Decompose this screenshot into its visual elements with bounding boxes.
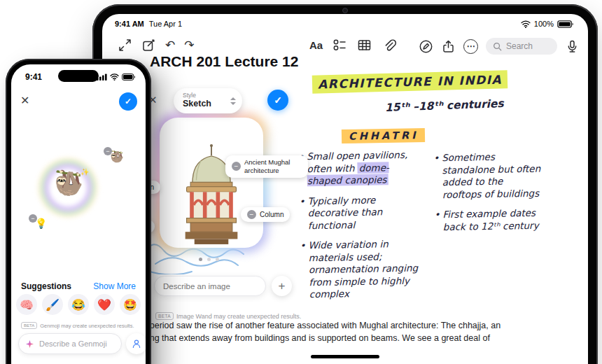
iphone-status-icons: [97, 74, 136, 80]
describe-genmoji-input[interactable]: [38, 339, 114, 349]
undo-icon[interactable]: ↶: [165, 38, 175, 52]
toolbar-right-group: ⋯ Search: [419, 38, 580, 55]
disclaimer-text: Image Wand may create unexpected results…: [176, 313, 301, 320]
more-options-button[interactable]: ⋯: [463, 39, 478, 54]
handwritten-bullet: Typically more decorative than functiona…: [299, 193, 420, 232]
ipad-device: 9:41 AM Tue Apr 1 100%: [92, 4, 598, 364]
compose-icon[interactable]: [141, 38, 156, 52]
collapse-arrows-icon[interactable]: [118, 38, 132, 52]
battery-icon: [122, 74, 136, 80]
iphone-status-time: 9:41: [25, 72, 42, 82]
person-icon: [131, 338, 142, 349]
ipad-status-date: Tue Apr 1: [149, 20, 182, 28]
emoji-suggestion-joy[interactable]: 😂: [68, 294, 89, 315]
genmoji-accept-button[interactable]: ✓: [119, 92, 137, 111]
stage: 9:41 AM Tue Apr 1 100%: [0, 0, 602, 364]
emoji-suggestion-paintbrush[interactable]: 🖌️: [42, 294, 63, 315]
tag-chip-column[interactable]: − Column: [241, 207, 290, 222]
image-wand-disclaimer: BETA Image Wand may create unexpected re…: [155, 312, 301, 320]
beta-badge: BETA: [21, 322, 37, 329]
markup-pencil-icon[interactable]: [419, 39, 433, 54]
image-wand-accept-button[interactable]: ✓: [267, 90, 288, 111]
tag-label: Ancient Mughal architecture: [244, 158, 302, 175]
dot-active: [199, 258, 202, 261]
dynamic-island: [58, 70, 99, 82]
emoji-suggestion-brain[interactable]: 🧠: [16, 294, 37, 315]
ipad-status-bar-right: 100%: [521, 20, 574, 28]
share-icon[interactable]: [441, 39, 456, 54]
table-icon[interactable]: [357, 38, 372, 52]
disclaimer-text: Genmoji may create unexpected results.: [40, 323, 134, 329]
suggestions-label: Suggestions: [21, 281, 71, 291]
ipad-battery-percent: 100%: [534, 20, 554, 28]
handwritten-left-column: Small open pavilions, often with dome-sh…: [298, 149, 421, 309]
remove-tag-icon[interactable]: −: [232, 162, 241, 171]
tag-chip-ancient-mughal[interactable]: − Ancient Mughal architecture: [225, 155, 308, 178]
add-button[interactable]: +: [272, 276, 292, 296]
wifi-icon: [521, 20, 531, 28]
search-icon: [493, 42, 502, 51]
ipad-status-time: 9:41 AM: [115, 20, 144, 28]
handwritten-bullet: First example dates back to 12ᵗʰ century: [434, 207, 545, 234]
emoji-suggestion-heart[interactable]: ❤️: [94, 294, 115, 315]
handwritten-heading: ARCHITECTURE IN INDIA: [312, 70, 508, 93]
handwritten-bullet: Sometimes standalone but often added to …: [433, 150, 545, 202]
toolbar-left-group: ↶ ↷: [118, 38, 195, 52]
describe-image-input[interactable]: [154, 276, 266, 296]
tag-label: Column: [260, 211, 284, 218]
genmoji-variant-sloth[interactable]: − 🦥: [110, 151, 124, 162]
handwritten-bullet: Small open pavilions, often with dome-sh…: [298, 149, 419, 188]
paperclip-icon[interactable]: [382, 38, 396, 52]
remove-variant-icon[interactable]: −: [104, 147, 112, 155]
search-placeholder: Search: [506, 41, 533, 51]
iphone-screen: 9:41 ✕ ✓: [11, 64, 146, 364]
dot: [216, 258, 219, 261]
handwritten-bullet: Wide variation in materials used; orname…: [300, 238, 421, 302]
style-selector-text: Style Sketch: [183, 92, 211, 108]
home-indicator[interactable]: [311, 355, 379, 358]
describe-genmoji-field[interactable]: [18, 333, 122, 354]
wifi-icon: [110, 74, 119, 80]
sparkle-icon: ✨: [80, 168, 89, 176]
handwritten-subheading: 15ᵗʰ –18ᵗʰ centuries: [385, 97, 504, 114]
ipad-camera: [342, 8, 348, 13]
microphone-icon[interactable]: [565, 39, 580, 54]
style-selector[interactable]: Style Sketch: [174, 88, 242, 113]
variant-emoji: 🦥: [110, 150, 124, 162]
apple-intelligence-sparkle-icon: [26, 340, 34, 348]
generated-image: [160, 118, 263, 248]
generated-image-frame[interactable]: [160, 118, 263, 248]
sloth-genmoji: 🦥: [54, 171, 82, 195]
chevron-up-down-icon: [230, 97, 236, 105]
ipad-status-bar-left: 9:41 AM Tue Apr 1: [115, 20, 182, 28]
remove-tag-icon[interactable]: −: [247, 210, 256, 219]
note-title: ARCH 201 Lecture 12: [150, 53, 298, 70]
style-value: Sketch: [183, 99, 211, 109]
image-variant-dots: [199, 258, 219, 261]
emoji-suggestions-row: 🧠 🖌️ 😂 ❤️ 🤩: [16, 294, 141, 315]
battery-icon: [557, 20, 574, 28]
show-more-link[interactable]: Show More: [93, 281, 136, 291]
text-format-button[interactable]: Aa: [309, 39, 323, 51]
beta-badge: BETA: [155, 312, 174, 320]
person-button[interactable]: [126, 333, 146, 354]
emoji-suggestion-starstruck[interactable]: 🤩: [120, 294, 141, 315]
handwritten-section-title: CHHATRI: [342, 128, 426, 144]
genmoji-disclaimer: BETA Genmoji may create unexpected resul…: [21, 322, 134, 329]
search-field[interactable]: Search: [486, 38, 557, 55]
ipad-screen: 9:41 AM Tue Apr 1 100%: [102, 14, 588, 364]
checklist-icon[interactable]: [332, 38, 347, 52]
genmoji-close-icon[interactable]: ✕: [20, 94, 29, 107]
dot: [207, 258, 211, 261]
genmoji-variant-lightbulb[interactable]: − 💡: [35, 218, 47, 228]
remove-variant-icon[interactable]: −: [29, 214, 37, 223]
iphone-device: 9:41 ✕ ✓: [6, 59, 151, 364]
handwritten-right-column: Sometimes standalone but often added to …: [433, 150, 545, 241]
toolbar-middle-group: Aa: [309, 38, 396, 52]
redo-icon[interactable]: ↷: [184, 38, 194, 52]
note-body-line: s period saw the rise of another feature…: [143, 321, 584, 330]
note-body-line: ning that extends away from buildings an…: [143, 333, 584, 343]
